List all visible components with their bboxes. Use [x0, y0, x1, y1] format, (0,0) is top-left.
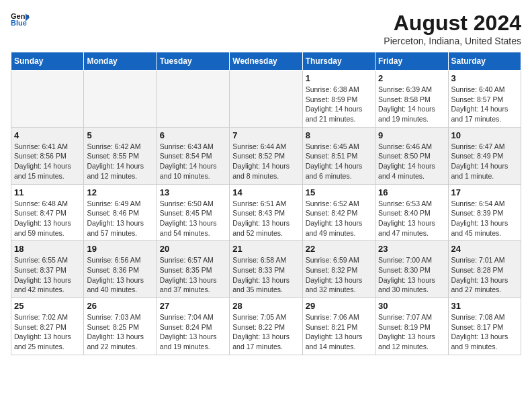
day-info: Sunrise: 7:03 AM Sunset: 8:25 PM Dayligh…: [87, 312, 153, 352]
day-info: Sunrise: 6:43 AM Sunset: 8:54 PM Dayligh…: [160, 142, 226, 181]
day-info: Sunrise: 6:50 AM Sunset: 8:45 PM Dayligh…: [160, 199, 226, 238]
day-number: 7: [232, 130, 299, 140]
day-number: 17: [451, 187, 518, 197]
title-area: August 2024 Pierceton, Indiana, United S…: [384, 11, 521, 46]
calendar-cell: [157, 71, 229, 128]
day-number: 10: [451, 130, 518, 140]
calendar-cell: 6Sunrise: 6:43 AM Sunset: 8:54 PM Daylig…: [157, 127, 229, 184]
day-info: Sunrise: 6:44 AM Sunset: 8:52 PM Dayligh…: [232, 142, 299, 181]
calendar-cell: 14Sunrise: 6:51 AM Sunset: 8:43 PM Dayli…: [230, 184, 302, 241]
weekday-header-saturday: Saturday: [448, 52, 521, 71]
day-info: Sunrise: 7:07 AM Sunset: 8:19 PM Dayligh…: [378, 312, 445, 352]
calendar-cell: [11, 71, 84, 128]
weekday-header-tuesday: Tuesday: [157, 52, 229, 71]
day-info: Sunrise: 6:40 AM Sunset: 8:57 PM Dayligh…: [451, 85, 518, 124]
weekday-header-wednesday: Wednesday: [230, 52, 302, 71]
day-info: Sunrise: 6:38 AM Sunset: 8:59 PM Dayligh…: [306, 85, 372, 124]
calendar-cell: 21Sunrise: 6:58 AM Sunset: 8:33 PM Dayli…: [230, 241, 302, 298]
calendar-cell: 18Sunrise: 6:55 AM Sunset: 8:37 PM Dayli…: [11, 241, 84, 298]
logo-icon: General Blue: [11, 11, 30, 27]
weekday-header-row: SundayMondayTuesdayWednesdayThursdayFrid…: [11, 52, 521, 71]
page-title: August 2024: [384, 11, 521, 36]
day-number: 30: [378, 301, 445, 311]
calendar-week-row: 1Sunrise: 6:38 AM Sunset: 8:59 PM Daylig…: [11, 71, 521, 128]
weekday-header-friday: Friday: [375, 52, 448, 71]
calendar-cell: 17Sunrise: 6:54 AM Sunset: 8:39 PM Dayli…: [448, 184, 521, 241]
day-number: 6: [160, 130, 226, 140]
day-number: 13: [160, 187, 226, 197]
day-info: Sunrise: 6:54 AM Sunset: 8:39 PM Dayligh…: [451, 199, 518, 238]
day-number: 27: [160, 301, 226, 311]
calendar-cell: 10Sunrise: 6:47 AM Sunset: 8:49 PM Dayli…: [448, 127, 521, 184]
day-number: 25: [14, 301, 81, 311]
day-number: 12: [87, 187, 153, 197]
day-number: 11: [14, 187, 81, 197]
calendar-cell: 12Sunrise: 6:49 AM Sunset: 8:46 PM Dayli…: [84, 184, 157, 241]
page-header: General Blue August 2024 Pierceton, Indi…: [11, 11, 521, 46]
calendar-cell: 1Sunrise: 6:38 AM Sunset: 8:59 PM Daylig…: [302, 71, 375, 128]
calendar-cell: 23Sunrise: 7:00 AM Sunset: 8:30 PM Dayli…: [375, 241, 448, 298]
weekday-header-sunday: Sunday: [11, 52, 84, 71]
svg-text:Blue: Blue: [11, 19, 27, 27]
day-info: Sunrise: 6:51 AM Sunset: 8:43 PM Dayligh…: [232, 199, 299, 238]
day-info: Sunrise: 6:55 AM Sunset: 8:37 PM Dayligh…: [14, 255, 81, 295]
day-info: Sunrise: 6:56 AM Sunset: 8:36 PM Dayligh…: [87, 255, 153, 295]
calendar-week-row: 25Sunrise: 7:02 AM Sunset: 8:27 PM Dayli…: [11, 298, 521, 355]
day-info: Sunrise: 7:05 AM Sunset: 8:22 PM Dayligh…: [232, 312, 299, 352]
calendar-cell: 25Sunrise: 7:02 AM Sunset: 8:27 PM Dayli…: [11, 298, 84, 355]
day-info: Sunrise: 6:46 AM Sunset: 8:50 PM Dayligh…: [378, 142, 445, 181]
day-info: Sunrise: 7:01 AM Sunset: 8:28 PM Dayligh…: [451, 255, 518, 295]
logo: General Blue: [11, 11, 30, 27]
day-number: 22: [306, 244, 372, 254]
day-number: 26: [87, 301, 153, 311]
calendar-cell: 28Sunrise: 7:05 AM Sunset: 8:22 PM Dayli…: [230, 298, 302, 355]
calendar-cell: 16Sunrise: 6:53 AM Sunset: 8:40 PM Dayli…: [375, 184, 448, 241]
day-info: Sunrise: 6:47 AM Sunset: 8:49 PM Dayligh…: [451, 142, 518, 181]
day-info: Sunrise: 6:57 AM Sunset: 8:35 PM Dayligh…: [160, 255, 226, 295]
day-number: 3: [451, 73, 518, 83]
day-number: 1: [306, 73, 372, 83]
day-number: 4: [14, 130, 81, 140]
calendar-table: SundayMondayTuesdayWednesdayThursdayFrid…: [11, 52, 521, 355]
calendar-week-row: 18Sunrise: 6:55 AM Sunset: 8:37 PM Dayli…: [11, 241, 521, 298]
weekday-header-monday: Monday: [84, 52, 157, 71]
day-info: Sunrise: 6:41 AM Sunset: 8:56 PM Dayligh…: [14, 142, 81, 181]
day-number: 8: [306, 130, 372, 140]
day-number: 31: [451, 301, 518, 311]
day-info: Sunrise: 6:49 AM Sunset: 8:46 PM Dayligh…: [87, 199, 153, 238]
day-number: 14: [232, 187, 299, 197]
day-info: Sunrise: 6:39 AM Sunset: 8:58 PM Dayligh…: [378, 85, 445, 124]
day-number: 2: [378, 73, 445, 83]
day-number: 24: [451, 244, 518, 254]
day-number: 20: [160, 244, 226, 254]
day-number: 16: [378, 187, 445, 197]
day-number: 19: [87, 244, 153, 254]
calendar-cell: 11Sunrise: 6:48 AM Sunset: 8:47 PM Dayli…: [11, 184, 84, 241]
day-info: Sunrise: 6:53 AM Sunset: 8:40 PM Dayligh…: [378, 199, 445, 238]
calendar-cell: 8Sunrise: 6:45 AM Sunset: 8:51 PM Daylig…: [302, 127, 375, 184]
calendar-cell: 27Sunrise: 7:04 AM Sunset: 8:24 PM Dayli…: [157, 298, 229, 355]
day-info: Sunrise: 7:00 AM Sunset: 8:30 PM Dayligh…: [378, 255, 445, 295]
calendar-cell: 29Sunrise: 7:06 AM Sunset: 8:21 PM Dayli…: [302, 298, 375, 355]
calendar-cell: [230, 71, 302, 128]
calendar-cell: 15Sunrise: 6:52 AM Sunset: 8:42 PM Dayli…: [302, 184, 375, 241]
calendar-cell: 4Sunrise: 6:41 AM Sunset: 8:56 PM Daylig…: [11, 127, 84, 184]
calendar-cell: 22Sunrise: 6:59 AM Sunset: 8:32 PM Dayli…: [302, 241, 375, 298]
weekday-header-thursday: Thursday: [302, 52, 375, 71]
day-number: 15: [306, 187, 372, 197]
day-number: 23: [378, 244, 445, 254]
calendar-cell: 24Sunrise: 7:01 AM Sunset: 8:28 PM Dayli…: [448, 241, 521, 298]
day-number: 28: [232, 301, 299, 311]
calendar-cell: 26Sunrise: 7:03 AM Sunset: 8:25 PM Dayli…: [84, 298, 157, 355]
day-info: Sunrise: 6:42 AM Sunset: 8:55 PM Dayligh…: [87, 142, 153, 181]
calendar-week-row: 4Sunrise: 6:41 AM Sunset: 8:56 PM Daylig…: [11, 127, 521, 184]
day-number: 29: [306, 301, 372, 311]
day-info: Sunrise: 6:52 AM Sunset: 8:42 PM Dayligh…: [306, 199, 372, 238]
day-number: 9: [378, 130, 445, 140]
calendar-cell: 2Sunrise: 6:39 AM Sunset: 8:58 PM Daylig…: [375, 71, 448, 128]
calendar-cell: 30Sunrise: 7:07 AM Sunset: 8:19 PM Dayli…: [375, 298, 448, 355]
calendar-cell: 31Sunrise: 7:08 AM Sunset: 8:17 PM Dayli…: [448, 298, 521, 355]
day-info: Sunrise: 7:06 AM Sunset: 8:21 PM Dayligh…: [306, 312, 372, 352]
calendar-cell: 7Sunrise: 6:44 AM Sunset: 8:52 PM Daylig…: [230, 127, 302, 184]
day-info: Sunrise: 7:02 AM Sunset: 8:27 PM Dayligh…: [14, 312, 81, 352]
